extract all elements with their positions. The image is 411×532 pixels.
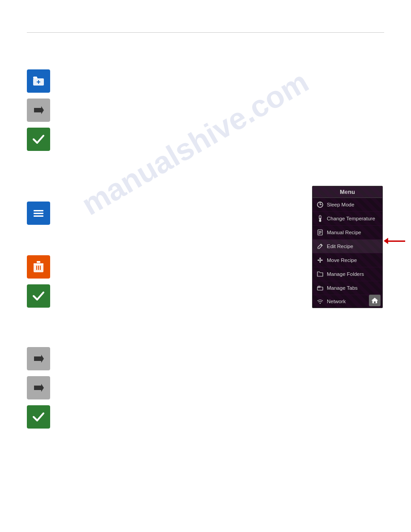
svg-rect-20 bbox=[319, 231, 321, 232]
svg-marker-29 bbox=[321, 259, 323, 261]
change-temperature-label: Change Temperature bbox=[327, 216, 375, 221]
menu-item-manage-tabs[interactable]: Manage Tabs bbox=[313, 281, 382, 295]
menu-popup: Menu Sleep Mode Change Temperature bbox=[312, 186, 383, 308]
menu-item-change-temperature[interactable]: Change Temperature bbox=[313, 212, 382, 226]
svg-rect-22 bbox=[319, 233, 321, 234]
menu-item-sleep-mode[interactable]: Sleep Mode bbox=[313, 198, 382, 212]
checkmark-3-button[interactable] bbox=[27, 405, 50, 429]
svg-marker-14 bbox=[34, 384, 44, 392]
menu-bottom-row[interactable]: Network bbox=[313, 295, 382, 308]
svg-rect-5 bbox=[34, 213, 43, 214]
edit-recipe-label: Edit Recipe bbox=[327, 244, 353, 249]
svg-rect-12 bbox=[40, 266, 41, 270]
menu-item-move-recipe[interactable]: Move Recipe bbox=[313, 253, 382, 267]
sleep-mode-label: Sleep Mode bbox=[327, 202, 354, 207]
network-icon bbox=[316, 297, 324, 305]
arrow-right-1-button[interactable] bbox=[27, 99, 50, 122]
edit-recipe-icon bbox=[316, 242, 324, 250]
add-folder-button[interactable] bbox=[27, 69, 50, 93]
svg-rect-10 bbox=[36, 266, 37, 270]
svg-rect-2 bbox=[37, 82, 40, 82]
manage-tabs-icon bbox=[316, 284, 324, 292]
svg-rect-9 bbox=[37, 261, 40, 263]
menu-item-manual-recipe[interactable]: Manual Recipe bbox=[313, 226, 382, 240]
svg-rect-34 bbox=[374, 301, 376, 303]
move-recipe-icon bbox=[316, 256, 324, 264]
svg-rect-4 bbox=[34, 210, 43, 211]
delete-button[interactable] bbox=[27, 255, 50, 279]
svg-marker-28 bbox=[317, 259, 319, 261]
menu-item-manage-folders[interactable]: Manage Folders bbox=[313, 267, 382, 281]
checkmark-1-button[interactable] bbox=[27, 128, 50, 151]
arrow-head bbox=[384, 238, 388, 244]
svg-rect-8 bbox=[34, 263, 43, 265]
svg-rect-6 bbox=[34, 215, 43, 217]
arrow-right-2-button[interactable] bbox=[27, 347, 50, 370]
arrow-indicator bbox=[384, 238, 405, 244]
manage-folders-icon bbox=[316, 270, 324, 278]
menu-item-edit-recipe[interactable]: Edit Recipe bbox=[313, 240, 382, 253]
arrow-line bbox=[388, 240, 405, 242]
manual-recipe-icon bbox=[316, 228, 324, 236]
svg-marker-27 bbox=[319, 262, 321, 263]
list-menu-button[interactable] bbox=[27, 202, 50, 225]
svg-marker-13 bbox=[34, 355, 44, 363]
sleep-mode-icon bbox=[316, 201, 324, 209]
watermark: manualshive.com bbox=[76, 64, 314, 222]
temperature-icon bbox=[316, 215, 324, 223]
svg-rect-21 bbox=[319, 232, 321, 233]
home-button[interactable] bbox=[369, 295, 381, 306]
svg-point-32 bbox=[320, 303, 321, 304]
menu-title: Menu bbox=[313, 186, 382, 198]
checkmark-2-button[interactable] bbox=[27, 284, 50, 308]
svg-marker-26 bbox=[319, 257, 321, 259]
svg-marker-3 bbox=[34, 106, 44, 114]
manage-folders-label: Manage Folders bbox=[327, 271, 364, 277]
arrow-right-3-button[interactable] bbox=[27, 376, 50, 399]
svg-rect-18 bbox=[320, 218, 321, 220]
move-recipe-label: Move Recipe bbox=[327, 257, 357, 263]
network-label: Network bbox=[327, 299, 346, 304]
manual-recipe-label: Manual Recipe bbox=[327, 230, 361, 235]
top-divider bbox=[27, 32, 384, 33]
svg-rect-11 bbox=[38, 266, 39, 270]
manage-tabs-label: Manage Tabs bbox=[327, 285, 358, 291]
